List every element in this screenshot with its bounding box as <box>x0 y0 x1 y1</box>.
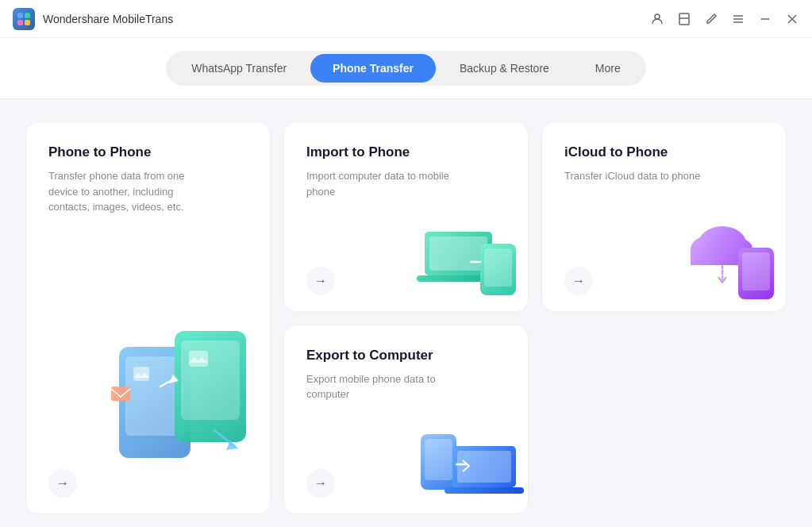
card-phone-to-phone-arrow[interactable]: → <box>48 469 77 498</box>
svg-rect-23 <box>484 248 512 287</box>
card-icloud-title: iCloud to Phone <box>564 144 764 160</box>
svg-rect-14 <box>133 367 149 381</box>
svg-rect-1 <box>25 13 30 18</box>
card-export-arrow[interactable]: → <box>306 469 335 498</box>
import-illustration <box>409 216 520 303</box>
svg-rect-0 <box>17 13 23 18</box>
edit-icon[interactable] <box>704 12 718 26</box>
nav-tabs-container: WhatsApp Transfer Phone Transfer Backup … <box>166 51 646 86</box>
card-import-to-phone[interactable]: Import to Phone Import computer data to … <box>283 121 529 312</box>
cards-grid: Phone to Phone Transfer phone data from … <box>25 121 787 514</box>
app-icon <box>13 8 35 30</box>
titlebar-controls <box>650 12 799 26</box>
svg-rect-18 <box>189 351 208 367</box>
svg-rect-3 <box>25 20 30 25</box>
card-phone-to-phone[interactable]: Phone to Phone Transfer phone data from … <box>25 121 271 514</box>
svg-rect-29 <box>742 252 770 290</box>
navbar: WhatsApp Transfer Phone Transfer Backup … <box>0 38 812 99</box>
menu-icon[interactable] <box>731 12 745 26</box>
card-export-to-computer[interactable]: Export to Computer Export mobile phone d… <box>283 325 529 515</box>
card-import-arrow[interactable]: → <box>306 267 335 295</box>
card-phone-to-phone-desc: Transfer phone data from one device to a… <box>48 168 207 215</box>
card-export-desc: Export mobile phone data to computer <box>306 371 465 402</box>
svg-rect-33 <box>457 451 511 483</box>
card-icloud-arrow[interactable]: → <box>564 267 593 295</box>
svg-point-4 <box>655 14 660 19</box>
svg-rect-17 <box>111 387 130 401</box>
close-icon[interactable] <box>785 12 799 26</box>
tab-more[interactable]: More <box>573 54 643 83</box>
svg-rect-31 <box>425 439 452 480</box>
card-phone-to-phone-title: Phone to Phone <box>48 144 248 160</box>
tab-backup-restore[interactable]: Backup & Restore <box>437 54 571 83</box>
app-name: Wondershare MobileTrans <box>43 13 173 25</box>
tab-whatsapp-transfer[interactable]: WhatsApp Transfer <box>169 54 309 83</box>
account-icon[interactable] <box>650 12 664 26</box>
export-illustration <box>409 418 520 506</box>
card-icloud-desc: Transfer iCloud data to phone <box>564 168 723 184</box>
svg-rect-2 <box>17 20 23 25</box>
icloud-illustration <box>667 216 778 303</box>
titlebar-left: Wondershare MobileTrans <box>13 8 173 30</box>
svg-rect-5 <box>679 13 689 25</box>
card-icloud-to-phone[interactable]: iCloud to Phone Transfer iCloud data to … <box>541 121 787 312</box>
phone-to-phone-illustration <box>103 307 262 466</box>
svg-rect-20 <box>429 237 487 271</box>
tab-phone-transfer[interactable]: Phone Transfer <box>310 54 436 83</box>
main-content: Phone to Phone Transfer phone data from … <box>0 99 812 527</box>
svg-rect-34 <box>444 487 524 494</box>
card-export-title: Export to Computer <box>306 348 506 364</box>
card-import-title: Import to Phone <box>306 144 506 160</box>
minimize-icon[interactable] <box>758 12 772 26</box>
card-import-desc: Import computer data to mobile phone <box>306 168 465 199</box>
bookmark-icon[interactable] <box>677 12 691 26</box>
titlebar: Wondershare MobileTrans <box>0 0 812 38</box>
